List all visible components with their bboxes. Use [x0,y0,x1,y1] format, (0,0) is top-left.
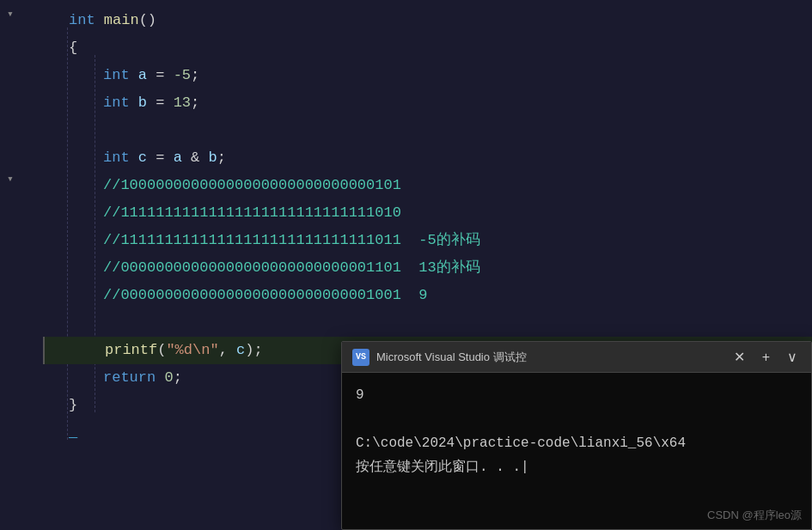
terminal-output-4: 按任意键关闭此窗口. . . [356,455,797,479]
terminal-output-1: 9 [356,383,797,407]
code-line-9: //11111111111111111111111111111011 -5的补码 [43,227,812,254]
code-line-2: { [43,34,812,62]
code-line-6: int c = a & b; [43,144,812,172]
terminal-add-button[interactable]: + [759,349,773,366]
terminal-close-button[interactable]: ✕ [730,349,748,366]
code-line-7: //10000000000000000000000000000101 [43,172,812,199]
terminal-output-3: C:\code\2024\practice-code\lianxi_56\x64 [356,431,797,455]
terminal-panel: VS Microsoft Visual Studio 调试控 ✕ + ∨ 9 C… [341,341,812,530]
code-line-4: int b = 13; [43,89,812,117]
terminal-dropdown-button[interactable]: ∨ [784,349,801,366]
terminal-content: 9 C:\code\2024\practice-code\lianxi_56\x… [342,373,811,490]
code-line-10: //00000000000000000000000000001101 13的补码 [43,254,812,282]
code-line-5 [43,117,812,144]
fold-arrow-comment[interactable]: ▾ [7,172,14,186]
paren: () [139,7,156,34]
fold-arrow-main[interactable]: ▾ [7,7,14,21]
terminal-app-icon: VS [352,349,369,366]
func-main: main [104,7,139,34]
code-line-12 [43,309,812,337]
code-line-8: //11111111111111111111111111111010 [43,199,812,227]
watermark: CSDN @程序leo源 [707,508,802,523]
terminal-controls: ✕ + ∨ [730,349,801,366]
code-line-11: //00000000000000000000000000001001 9 [43,282,812,309]
code-line-3: int a = -5; [43,62,812,89]
terminal-output-2 [356,407,797,431]
keyword-int: int [69,7,104,34]
terminal-title: Microsoft Visual Studio 调试控 [376,350,730,365]
code-line-1: int main() [43,7,812,34]
terminal-titlebar: VS Microsoft Visual Studio 调试控 ✕ + ∨ [342,342,811,373]
